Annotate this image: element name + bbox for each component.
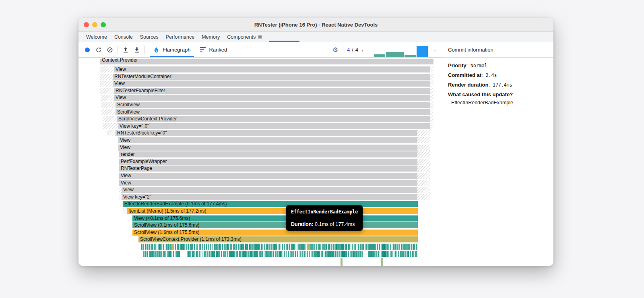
flame-hatch-region <box>430 81 433 87</box>
window-titlebar[interactable]: RNTester (iPhone 16 Pro) - React Native … <box>78 18 553 32</box>
flame-hatch-region <box>100 88 114 94</box>
load-profile-button[interactable] <box>122 46 130 54</box>
flame-hatch-region <box>100 74 113 80</box>
tab-components[interactable]: Components <box>223 32 266 42</box>
flame-node[interactable]: ScrollViewContext.Provider (1.1ms of 173… <box>138 236 418 242</box>
commit-bar-4[interactable] <box>417 46 428 57</box>
profiler-settings-button[interactable]: ⚙ <box>331 46 339 54</box>
flame-node[interactable]: View <box>113 81 430 87</box>
flame-node[interactable]: View (<0.1ms of 175.6ms) <box>132 215 418 221</box>
flame-descender-bar[interactable] <box>341 258 343 266</box>
minimize-window-button[interactable] <box>92 22 97 27</box>
flame-hatch-region <box>120 201 123 207</box>
flame-node[interactable]: View <box>118 145 417 151</box>
flame-node[interactable]: render <box>119 151 417 157</box>
flame-node[interactable]: RNTesterModuleContainer <box>113 74 430 80</box>
tab-label: Components <box>227 34 256 40</box>
tab-flamegraph[interactable]: Flamegraph <box>149 42 195 57</box>
flame-hatch-region <box>417 173 430 179</box>
flame-node[interactable]: RNTesterBlock key="0" <box>116 130 417 136</box>
flame-hatch-region <box>417 137 430 143</box>
devtools-window: RNTester (iPhone 16 Pro) - React Native … <box>78 18 553 266</box>
tab-label: Performance <box>166 34 195 40</box>
commit-info-header: Commit information <box>443 42 553 58</box>
flame-node[interactable]: EffectInRenderBadExample (0.1ms of 177.4… <box>123 201 418 207</box>
reload-icon <box>95 47 102 53</box>
flame-node-label: View <box>122 187 417 193</box>
clear-profile-button[interactable] <box>106 46 114 54</box>
commit-bar-1[interactable] <box>374 54 385 57</box>
toolbar-divider <box>118 46 118 54</box>
commit-field: Render duration: 177.4ms <box>448 82 549 88</box>
flame-node[interactable]: View key="2" <box>122 194 417 200</box>
flame-hatch-region <box>107 130 116 136</box>
commit-bar-2[interactable] <box>386 52 404 57</box>
commit-info-panel: Commit information Priority: NormalCommi… <box>443 42 553 266</box>
flame-node[interactable]: View <box>119 180 417 186</box>
commit-field-value: 2.4s <box>483 72 497 78</box>
gear-icon: ⚙ <box>332 47 338 53</box>
flame-node[interactable]: View <box>114 95 430 101</box>
flame-node-label: View <box>118 137 417 143</box>
next-commit-button[interactable]: → <box>428 46 440 53</box>
flame-node[interactable]: RNTesterPage <box>119 166 417 172</box>
close-window-button[interactable] <box>84 22 89 27</box>
commit-details: Priority: NormalCommitted at: 2.4sRender… <box>443 58 553 110</box>
react-atom-icon <box>258 35 262 39</box>
record-button[interactable] <box>85 48 90 52</box>
toolbar-divider <box>343 46 343 54</box>
commit-bar-3[interactable] <box>405 55 416 57</box>
tab-profiler[interactable] <box>269 32 299 42</box>
tab-sources[interactable]: Sources <box>136 32 162 42</box>
flamegraph-chart: Context.ProviderViewRNTesterModuleContai… <box>78 58 443 266</box>
flame-node-label: View key="2" <box>122 194 417 200</box>
save-profile-button[interactable] <box>133 46 141 54</box>
flame-node[interactable]: PerfExampleWrapper <box>119 159 417 165</box>
flame-node[interactable]: View <box>114 66 430 72</box>
flame-hatch-region <box>417 180 430 186</box>
tab-performance[interactable]: Performance <box>162 32 198 42</box>
flame-descender-bar[interactable] <box>381 258 383 266</box>
flame-node-label: ScrollView (1.6ms of 175.5ms) <box>132 230 418 236</box>
commit-field-value: 177.4ms <box>490 82 512 88</box>
flame-node[interactable]: ScrollView <box>116 109 430 115</box>
flame-hatch-region <box>430 66 433 72</box>
commit-field-value: Normal <box>468 63 487 68</box>
flame-node-label: EffectInRenderBadExample (0.1ms of 177.4… <box>123 201 418 207</box>
flame-hatch-region <box>417 151 430 157</box>
ban-icon <box>107 47 113 53</box>
tab-welcome[interactable]: Welcome <box>83 32 111 42</box>
flame-node[interactable]: ScrollViewContext.Provider <box>117 116 430 122</box>
reload-and-profile-button[interactable] <box>95 46 103 54</box>
flame-node[interactable]: View <box>122 187 417 193</box>
flame-node[interactable]: View <box>119 173 417 179</box>
flame-node[interactable]: ItemList (Memo) (1.5ms of 177.2ms) <box>127 208 418 214</box>
download-icon <box>134 47 140 53</box>
flame-node-label: ItemList (Memo) (1.5ms of 177.2ms) <box>127 208 418 214</box>
flame-dense-row[interactable] <box>141 244 418 250</box>
commit-selector <box>374 42 428 57</box>
flame-hatch-region <box>100 81 113 87</box>
zoom-window-button[interactable] <box>101 22 106 27</box>
flame-node[interactable]: RNTesterExampleFilter <box>114 88 430 94</box>
flame-node[interactable]: View key=".0" <box>118 123 430 129</box>
tab-ranked[interactable]: Ranked <box>195 42 232 57</box>
flame-hatch-region <box>417 166 430 172</box>
tab-memory[interactable]: Memory <box>198 32 223 42</box>
flame-node[interactable]: ScrollView (0.1ms of 175.6ms) <box>132 222 418 228</box>
flame-node[interactable]: Context.Provider <box>100 59 433 64</box>
flame-node[interactable]: View <box>118 137 417 143</box>
flame-node-label: View <box>119 173 417 179</box>
flame-node-label: View <box>119 180 417 186</box>
flame-dense-row[interactable] <box>143 251 418 257</box>
flame-node[interactable]: ScrollView <box>116 102 430 108</box>
tab-console[interactable]: Console <box>111 32 136 42</box>
window-title: RNTester (iPhone 16 Pro) - React Native … <box>78 18 553 31</box>
flame-node[interactable]: ScrollView (1.6ms of 175.5ms) <box>132 230 418 236</box>
previous-commit-button[interactable]: ← <box>358 46 370 53</box>
flame-node-tooltip: EffectInRenderBadExample Duration: 0.1ms… <box>286 205 363 231</box>
flame-hatch-region <box>430 109 433 115</box>
update-cause-component[interactable]: EffectInRenderBadExample <box>448 100 549 106</box>
flame-node-label: RNTesterExampleFilter <box>114 88 430 94</box>
current-commit-number[interactable]: 4 <box>347 47 350 53</box>
